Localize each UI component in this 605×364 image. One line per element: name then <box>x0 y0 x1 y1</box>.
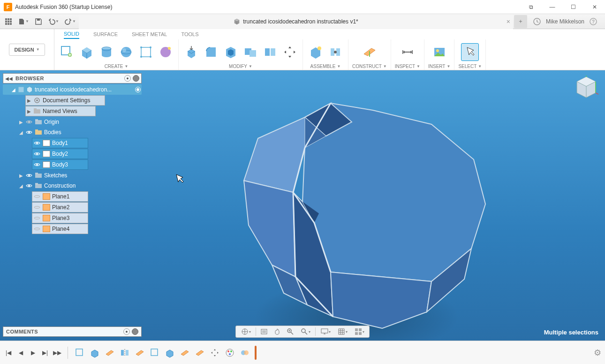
file-menu-icon[interactable]: ▼ <box>15 15 32 28</box>
feature-sketch-icon[interactable] <box>74 347 86 359</box>
tree-plane2[interactable]: Plane2 <box>32 202 88 212</box>
display-settings-icon[interactable]: ▾ <box>318 326 333 337</box>
comments-panel[interactable]: COMMENTS ● <box>3 326 142 337</box>
timeline-start-icon[interactable]: |◀ <box>4 348 13 357</box>
fillet-icon[interactable] <box>202 43 220 61</box>
zoom-icon[interactable] <box>284 326 296 337</box>
timeline-prev-icon[interactable]: ◀ <box>16 348 25 357</box>
tree-body2[interactable]: Body2 <box>32 149 88 159</box>
close-tab-icon[interactable]: × <box>507 18 510 25</box>
visibility-on-icon[interactable] <box>25 129 33 136</box>
feature-plane-icon[interactable] <box>179 347 191 359</box>
feature-appearance-icon[interactable] <box>224 347 236 359</box>
comments-add-icon[interactable]: ● <box>123 328 130 335</box>
combine-icon[interactable] <box>242 43 259 61</box>
tree-plane1[interactable]: Plane1 <box>32 191 88 202</box>
expand-icon[interactable]: ▶ <box>19 120 23 125</box>
visibility-off-icon[interactable] <box>33 214 41 222</box>
window-minimize-icon[interactable]: — <box>542 0 563 14</box>
cylinder-tool-icon[interactable] <box>98 43 115 61</box>
measure-icon[interactable] <box>399 43 416 61</box>
browser-pin-icon[interactable] <box>133 75 139 82</box>
feature-move-icon[interactable] <box>209 347 221 359</box>
expand-icon[interactable]: ▶ <box>27 109 31 114</box>
visibility-on-icon[interactable] <box>25 172 33 179</box>
grid-settings-icon[interactable]: ▾ <box>334 326 350 337</box>
timeline-settings-icon[interactable]: ⚙ <box>594 348 601 358</box>
feature-plane-icon[interactable] <box>194 347 206 359</box>
viewcube[interactable] <box>573 74 599 100</box>
sphere-tool-icon[interactable] <box>117 43 135 61</box>
new-tab-button[interactable]: ＋ <box>514 15 527 28</box>
tree-plane4[interactable]: Plane4 <box>32 224 88 234</box>
expand-icon[interactable]: ◢ <box>11 87 16 92</box>
feature-combine-icon[interactable] <box>239 347 251 359</box>
insert-icon[interactable] <box>431 43 448 61</box>
window-restore-icon[interactable]: ⧉ <box>521 0 542 14</box>
undo-icon[interactable]: ▼ <box>45 15 62 28</box>
visibility-on-icon[interactable] <box>33 161 41 168</box>
expand-icon[interactable]: ◢ <box>19 183 23 189</box>
activate-radio-icon[interactable] <box>135 87 141 92</box>
look-at-icon[interactable] <box>258 326 270 337</box>
browser-header[interactable]: ◀◀ BROWSER ● <box>3 73 142 83</box>
viewport-3d[interactable]: ◀◀ BROWSER ● ◢ truncated icosidodecahedr… <box>0 70 605 341</box>
feature-mirror-icon[interactable] <box>119 347 131 359</box>
save-icon[interactable] <box>32 15 45 28</box>
user-name[interactable]: Mike Mikkelson <box>546 18 584 25</box>
grid-menu-icon[interactable] <box>2 15 15 28</box>
tab-tools[interactable]: TOOLS <box>181 30 198 38</box>
expand-icon[interactable]: ▶ <box>19 173 23 178</box>
visibility-on-icon[interactable] <box>33 150 41 158</box>
model-geometry[interactable] <box>225 91 488 331</box>
visibility-off-icon[interactable] <box>33 225 41 233</box>
construct-plane-icon[interactable] <box>361 43 378 61</box>
tab-solid[interactable]: SOLID <box>64 30 79 39</box>
box-tool-icon[interactable] <box>78 43 96 61</box>
pan-icon[interactable] <box>271 326 283 337</box>
sketch-tool-icon[interactable] <box>58 43 76 61</box>
tree-sketches[interactable]: ▶ Sketches <box>18 170 142 181</box>
visibility-on-icon[interactable] <box>33 139 41 147</box>
viewport-layout-icon[interactable]: ▾ <box>351 326 367 337</box>
extensions-icon[interactable] <box>532 16 542 27</box>
tree-body1[interactable]: Body1 <box>32 138 88 148</box>
press-pull-icon[interactable] <box>182 43 200 61</box>
timeline-next-icon[interactable]: ▶| <box>40 348 50 357</box>
workspace-switcher[interactable]: DESIGN▼ <box>0 29 54 70</box>
window-maximize-icon[interactable]: ☐ <box>563 0 584 14</box>
visibility-off-icon[interactable] <box>25 118 33 126</box>
tree-named-views[interactable]: ▶ Named Views <box>25 106 96 116</box>
feature-extrude-icon[interactable] <box>164 347 176 359</box>
help-icon[interactable]: ? <box>588 16 598 27</box>
feature-plane-icon[interactable] <box>104 347 116 359</box>
comments-expand-icon[interactable] <box>132 328 138 335</box>
tab-sheet-metal[interactable]: SHEET METAL <box>132 30 167 38</box>
tab-surface[interactable]: SURFACE <box>93 30 118 38</box>
tree-plane3[interactable]: Plane3 <box>32 213 88 223</box>
orbit-icon[interactable]: ▾ <box>238 326 254 337</box>
zoom-window-icon[interactable]: ▾ <box>297 326 313 337</box>
document-tab[interactable]: truncated icosidodecahedron instructable… <box>79 14 513 29</box>
tree-origin[interactable]: ▶ Origin <box>18 117 142 127</box>
feature-extrude-icon[interactable] <box>89 347 101 359</box>
feature-plane-icon[interactable] <box>134 347 146 359</box>
new-component-icon[interactable] <box>307 43 325 61</box>
tree-bodies[interactable]: ◢ Bodies <box>18 127 142 137</box>
tree-construction[interactable]: ◢ Construction <box>18 181 142 191</box>
redo-icon[interactable]: ▼ <box>62 15 79 28</box>
select-tool-icon[interactable] <box>461 43 479 61</box>
browser-options-icon[interactable]: ● <box>124 75 131 82</box>
visibility-on-icon[interactable] <box>25 182 33 190</box>
torus-tool-icon[interactable] <box>137 43 155 61</box>
move-icon[interactable] <box>281 43 299 61</box>
timeline-marker[interactable] <box>255 346 257 360</box>
feature-sketch-icon[interactable] <box>149 347 161 359</box>
visibility-off-icon[interactable] <box>33 204 41 211</box>
collapse-icon[interactable]: ◀◀ <box>5 76 13 81</box>
window-close-icon[interactable]: ✕ <box>584 0 605 14</box>
expand-icon[interactable]: ◢ <box>19 130 23 135</box>
split-icon[interactable] <box>261 43 279 61</box>
expand-icon[interactable]: ▶ <box>27 98 31 103</box>
shell-icon[interactable] <box>222 43 240 61</box>
